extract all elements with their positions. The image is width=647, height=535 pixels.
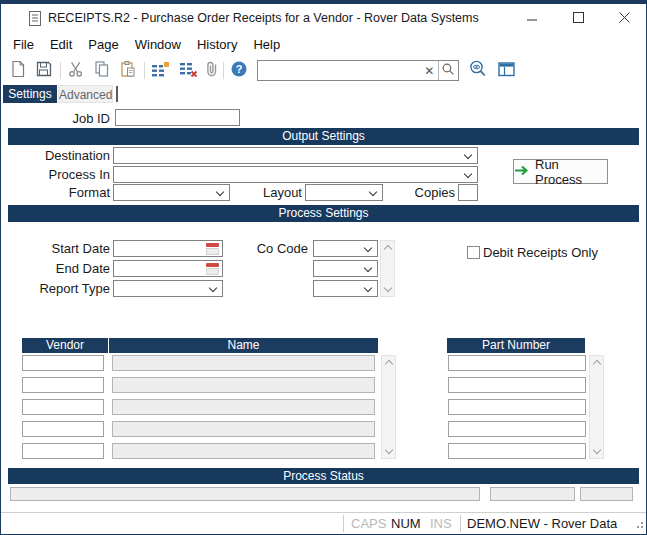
copy-button[interactable] [90,58,114,82]
num-lock-indicator: NUM [391,513,421,534]
vendor-input-5[interactable] [23,445,103,459]
vendor-cell [22,421,104,437]
toolbar: ? ✕ [1,56,646,85]
run-process-button[interactable]: Run Process [513,159,608,184]
part-number-input-5[interactable] [449,445,585,459]
co-code-scrollbar[interactable] [380,240,395,297]
scroll-down-icon[interactable] [593,446,601,454]
name-cell [112,443,375,459]
tab-row-divider [116,86,118,102]
app-icon [28,10,42,30]
chevron-down-icon [364,264,372,272]
vendor-input-1[interactable] [23,357,103,371]
search-button[interactable] [438,61,458,80]
vendor-cell [22,377,104,393]
search-input[interactable] [258,62,421,79]
start-date-field [113,240,223,257]
vendor-input-4[interactable] [23,423,103,437]
vendor-column-header: Vendor [22,338,108,353]
scroll-up-icon[interactable] [593,360,601,368]
menu-help[interactable]: Help [253,37,280,52]
paste-button[interactable] [116,58,140,82]
layout-select[interactable] [305,184,383,201]
part-number-input-4[interactable] [449,423,585,437]
copies-field [458,184,478,201]
vendor-grid-scrollbar[interactable] [381,355,396,459]
attachment-button[interactable] [200,58,224,82]
delete-row-button[interactable] [176,58,200,82]
co-code-select-2[interactable] [313,260,378,277]
output-settings-header: Output Settings [8,128,639,145]
start-date-input[interactable] [114,242,204,257]
part-number-cell [448,399,586,415]
tab-settings[interactable]: Settings [3,85,57,103]
save-icon [35,60,53,81]
calendar-icon[interactable] [206,263,219,275]
scissors-icon [67,60,85,81]
insert-mode-indicator: INS [430,513,452,534]
co-code-select-1[interactable] [313,240,378,257]
cut-button[interactable] [64,58,88,82]
maximize-button[interactable] [555,4,601,32]
menu-window[interactable]: Window [135,37,181,52]
chevron-down-icon [216,188,224,196]
toolbar-separator [144,62,145,79]
vendor-input-2[interactable] [23,379,103,393]
part-number-cell [448,355,586,371]
debit-receipts-checkbox[interactable] [467,246,480,259]
app-window: RECEIPTS.R2 - Purchase Order Receipts fo… [0,0,647,535]
scroll-down-icon[interactable] [384,284,392,292]
toolbar-search: ✕ [257,60,459,81]
part-number-input-1[interactable] [449,357,585,371]
copies-input[interactable] [459,186,477,201]
menu-page[interactable]: Page [88,37,118,52]
end-date-field [113,260,223,277]
tab-advanced[interactable]: Advanced [58,85,113,103]
process-in-label: Process In [0,167,110,183]
layout-view-button[interactable] [494,58,518,82]
format-select[interactable] [113,184,230,201]
report-type-select[interactable] [113,280,223,297]
part-number-input-2[interactable] [449,379,585,393]
help-icon: ? [230,60,248,81]
insert-row-button[interactable] [148,58,172,82]
vendor-input-3[interactable] [23,401,103,415]
process-status-header: Process Status [8,468,639,484]
clear-search-icon[interactable]: ✕ [421,64,438,78]
scroll-up-icon[interactable] [385,360,393,368]
close-button[interactable] [601,4,647,32]
status-separator [343,515,344,532]
help-button[interactable]: ? [227,58,251,82]
destination-select[interactable] [113,147,478,164]
toolbar-separator [60,62,61,79]
new-button[interactable] [6,58,30,82]
scroll-up-icon[interactable] [384,245,392,253]
end-date-input[interactable] [114,262,204,277]
minimize-button[interactable] [509,4,555,32]
menu-bar: File Edit Page Window History Help [1,32,646,56]
menu-history[interactable]: History [197,37,237,52]
job-id-input[interactable] [116,111,239,126]
vendor-cell [22,443,104,459]
lookup-preview-button[interactable] [466,58,490,82]
part-number-input-3[interactable] [449,401,585,415]
menu-edit[interactable]: Edit [50,37,72,52]
chevron-down-icon [209,284,217,292]
process-in-select[interactable] [113,166,478,183]
chevron-down-icon [364,244,372,252]
menu-file[interactable]: File [13,37,34,52]
process-settings-header: Process Settings [8,205,639,222]
save-button[interactable] [32,58,56,82]
co-code-select-3[interactable] [313,280,378,297]
part-grid-scrollbar[interactable] [589,355,604,459]
title-bar: RECEIPTS.R2 - Purchase Order Receipts fo… [1,4,646,32]
svg-text:?: ? [236,63,243,75]
calendar-icon[interactable] [206,243,219,255]
chevron-down-icon [464,151,472,159]
process-status-field-3 [580,487,633,501]
part-number-column-header: Part Number [447,338,585,353]
name-cell [112,355,375,371]
scroll-down-icon[interactable] [385,446,393,454]
resize-grip[interactable] [634,517,644,532]
magnifier-eye-icon [468,59,488,82]
